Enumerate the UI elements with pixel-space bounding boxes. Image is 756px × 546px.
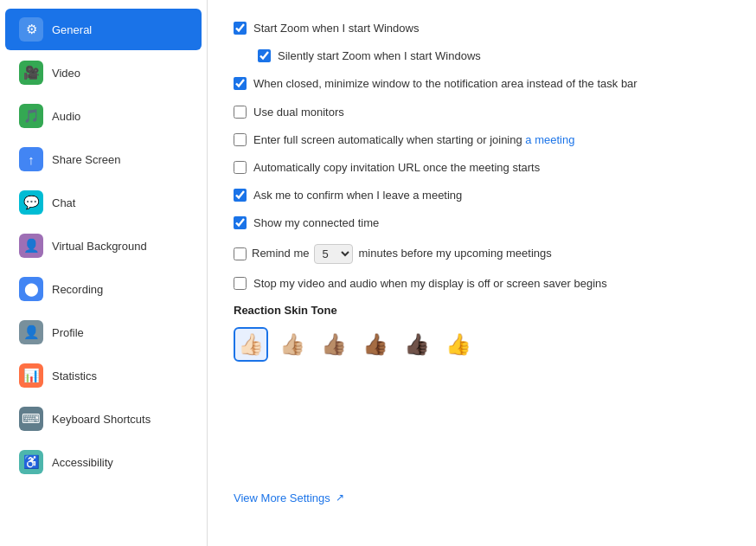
skin-tone-5[interactable]: 👍🏿 [400, 327, 434, 362]
sidebar-item-statistics[interactable]: 📊 Statistics [5, 355, 202, 396]
accessibility-icon: ♿ [19, 450, 43, 474]
sidebar-label-keyboard-shortcuts: Keyboard Shortcuts [52, 413, 151, 426]
sidebar-label-profile: Profile [52, 326, 84, 339]
sidebar-item-profile[interactable]: 👤 Profile [5, 312, 202, 353]
setting-dual-monitors: Use dual monitors [234, 105, 730, 120]
label-remind-before: Remind me [252, 246, 309, 261]
setting-copy-invitation: Automatically copy invitation URL once t… [234, 160, 730, 176]
external-link-icon: ↗ [336, 491, 344, 504]
checkbox-silently-start[interactable] [258, 49, 271, 62]
skin-tone-4[interactable]: 👍🏾 [358, 327, 393, 362]
checkbox-remind[interactable] [234, 247, 247, 260]
setting-confirm-leave: Ask me to confirm when I leave a meeting [234, 188, 730, 203]
recording-icon: ⬤ [19, 277, 43, 301]
audio-icon: 🎵 [19, 104, 43, 128]
label-dual-monitors: Use dual monitors [253, 105, 344, 120]
checkbox-full-screen[interactable] [234, 133, 247, 146]
setting-stop-video: Stop my video and audio when my display … [234, 276, 730, 292]
remind-minutes-select[interactable]: 5 10 15 [314, 244, 353, 264]
label-silently-start: Silently start Zoom when I start Windows [278, 48, 481, 64]
sidebar-item-keyboard-shortcuts[interactable]: ⌨ Keyboard Shortcuts [5, 398, 202, 440]
sidebar-label-audio: Audio [52, 110, 80, 123]
statistics-icon: 📊 [19, 363, 43, 388]
checkbox-minimize-window[interactable] [234, 77, 247, 90]
sidebar-item-video[interactable]: 🎥 Video [5, 52, 202, 93]
setting-full-screen: Enter full screen automatically when sta… [234, 132, 730, 148]
reaction-skin-tone-title: Reaction Skin Tone [234, 304, 730, 317]
view-more-settings-link[interactable]: View More Settings [234, 491, 330, 504]
checkbox-stop-video[interactable] [234, 277, 247, 290]
checkbox-dual-monitors[interactable] [234, 106, 247, 119]
setting-remind: Remind me 5 10 15 minutes before my upco… [234, 244, 730, 264]
sidebar-label-general: General [52, 23, 92, 36]
sidebar-label-share-screen: Share Screen [52, 153, 121, 166]
checkbox-connected-time[interactable] [234, 216, 247, 229]
checkbox-start-zoom[interactable] [234, 22, 247, 35]
main-content: Start Zoom when I start Windows Silently… [208, 0, 756, 546]
sidebar-item-chat[interactable]: 💬 Chat [5, 182, 202, 223]
setting-connected-time: Show my connected time [234, 215, 730, 231]
sidebar-item-audio[interactable]: 🎵 Audio [5, 95, 202, 137]
checkbox-confirm-leave[interactable] [234, 189, 247, 202]
sidebar-item-virtual-background[interactable]: 👤 Virtual Background [5, 225, 202, 267]
general-icon: ⚙ [19, 17, 43, 42]
view-more-settings: View More Settings ↗ [234, 491, 730, 504]
sidebar-label-virtual-background: Virtual Background [52, 240, 147, 253]
sidebar-label-chat: Chat [52, 196, 75, 209]
sidebar-item-general[interactable]: ⚙ General [5, 9, 202, 50]
label-connected-time: Show my connected time [253, 215, 379, 231]
sidebar-item-recording[interactable]: ⬤ Recording [5, 268, 202, 310]
chat-icon: 💬 [19, 190, 43, 215]
setting-minimize-window: When closed, minimize window to the noti… [234, 76, 730, 92]
label-remind-after: minutes before my upcoming meetings [358, 246, 551, 261]
sidebar-label-accessibility: Accessibility [52, 456, 113, 469]
sidebar-label-video: Video [52, 67, 80, 80]
keyboard-shortcuts-icon: ⌨ [19, 407, 43, 431]
label-confirm-leave: Ask me to confirm when I leave a meeting [253, 188, 462, 203]
skin-tone-6[interactable]: 👍 [441, 327, 476, 362]
skin-tone-2[interactable]: 👍🏼 [275, 327, 310, 362]
sidebar-label-recording: Recording [52, 283, 103, 296]
label-stop-video: Stop my video and audio when my display … [253, 276, 607, 292]
label-minimize-window: When closed, minimize window to the noti… [253, 76, 637, 92]
setting-silently-start: Silently start Zoom when I start Windows [258, 48, 730, 64]
full-screen-link[interactable]: a meeting [525, 133, 574, 146]
label-copy-invitation: Automatically copy invitation URL once t… [253, 160, 540, 176]
sidebar-label-statistics: Statistics [52, 369, 97, 382]
video-icon: 🎥 [19, 61, 43, 85]
virtual-background-icon: 👤 [19, 234, 43, 258]
label-start-zoom: Start Zoom when I start Windows [253, 21, 419, 36]
setting-start-zoom: Start Zoom when I start Windows [234, 21, 730, 36]
skin-tones-container: 👍🏻 👍🏼 👍🏽 👍🏾 👍🏿 👍 [234, 327, 730, 362]
profile-icon: 👤 [19, 320, 43, 344]
skin-tone-3[interactable]: 👍🏽 [317, 327, 351, 362]
checkbox-copy-invitation[interactable] [234, 161, 247, 174]
sidebar-item-accessibility[interactable]: ♿ Accessibility [5, 441, 202, 483]
share-screen-icon: ↑ [19, 147, 43, 171]
skin-tone-1[interactable]: 👍🏻 [234, 327, 268, 362]
sidebar: ⚙ General 🎥 Video 🎵 Audio ↑ Share Screen… [0, 0, 208, 546]
label-full-screen: Enter full screen automatically when sta… [253, 132, 574, 148]
sidebar-item-share-screen[interactable]: ↑ Share Screen [5, 138, 202, 180]
